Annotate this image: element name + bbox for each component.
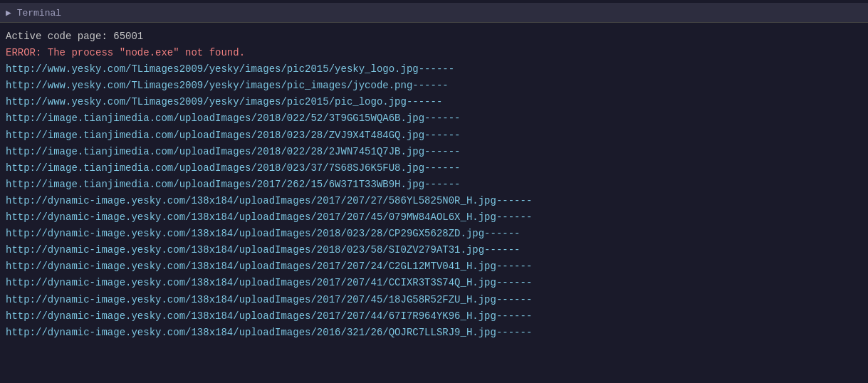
terminal-line: http://image.tianjimedia.com/uploadImage…	[6, 160, 862, 177]
terminal-line: http://image.tianjimedia.com/uploadImage…	[6, 144, 862, 160]
terminal-line: http://dynamic-image.yesky.com/138x184/u…	[6, 292, 862, 308]
terminal-line: http://www.yesky.com/TLimages2009/yesky/…	[6, 78, 862, 94]
top-bar: ▶ Terminal	[0, 3, 868, 23]
terminal-content: Active code page: 65001ERROR: The proces…	[0, 24, 868, 345]
terminal-line: Active code page: 65001	[6, 28, 862, 45]
terminal-line: http://www.yesky.com/TLimages2009/yesky/…	[6, 94, 862, 110]
terminal-line: http://image.tianjimedia.com/uploadImage…	[6, 127, 862, 144]
terminal-line: http://dynamic-image.yesky.com/138x184/u…	[6, 325, 862, 341]
terminal-line: http://dynamic-image.yesky.com/138x184/u…	[6, 226, 862, 242]
terminal-container: ▶ Terminal Active code page: 65001ERROR:…	[0, 0, 868, 383]
terminal-line: http://image.tianjimedia.com/uploadImage…	[6, 177, 862, 193]
top-bar-label: ▶ Terminal	[6, 7, 61, 19]
terminal-line: ERROR: The process "node.exe" not found.	[6, 45, 862, 61]
terminal-line: http://dynamic-image.yesky.com/138x184/u…	[6, 209, 862, 226]
terminal-line: http://www.yesky.com/TLimages2009/yesky/…	[6, 61, 862, 78]
terminal-line: http://dynamic-image.yesky.com/138x184/u…	[6, 193, 862, 209]
terminal-line: http://dynamic-image.yesky.com/138x184/u…	[6, 242, 862, 258]
terminal-line: http://dynamic-image.yesky.com/138x184/u…	[6, 258, 862, 275]
terminal-line: http://dynamic-image.yesky.com/138x184/u…	[6, 275, 862, 291]
terminal-line: http://dynamic-image.yesky.com/138x184/u…	[6, 308, 862, 325]
terminal-line: http://image.tianjimedia.com/uploadImage…	[6, 110, 862, 127]
